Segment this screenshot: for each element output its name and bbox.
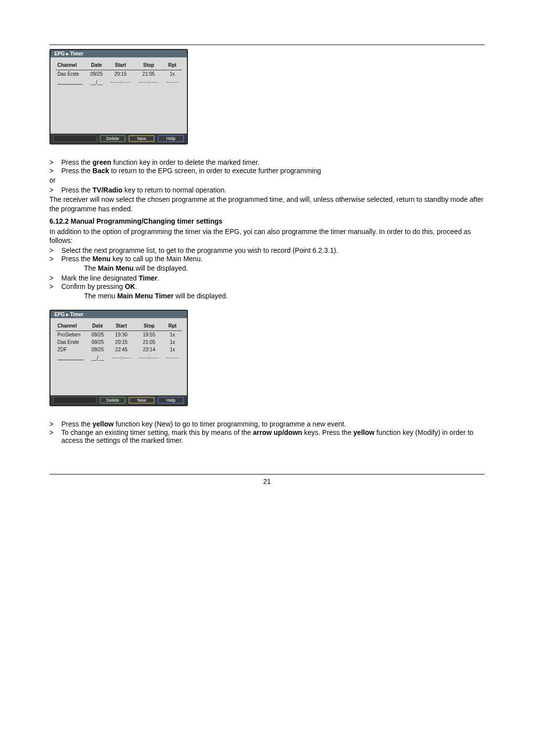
new-button: New xyxy=(129,135,155,142)
document-page: EPG ▸ Timer Channel Date Start Stop Rpt … xyxy=(0,0,534,756)
top-rule xyxy=(49,45,485,45)
col-channel: Channel xyxy=(55,322,88,331)
bottom-rule xyxy=(49,474,485,474)
epg-timer-figure-1: EPG ▸ Timer Channel Date Start Stop Rpt … xyxy=(49,49,485,144)
epg-timer-figure-2: EPG ▸ Timer Channel Date Start Stop Rpt … xyxy=(49,310,485,406)
delete-button: Delete xyxy=(100,397,126,404)
section-heading: 6.12.2 Manual Programming/Changing timer… xyxy=(49,217,485,226)
col-channel: Channel xyxy=(55,61,87,70)
col-date: Date xyxy=(88,322,108,331)
timer-table: Channel Date Start Stop Rpt Das Erste 09… xyxy=(55,61,182,86)
timer-dialog: EPG ▸ Timer Channel Date Start Stop Rpt … xyxy=(49,49,188,144)
instruction-subline: The Main Menu.will be displayed. xyxy=(49,264,485,273)
table-row: Das Erste 09/25 20:15 21:05 1x xyxy=(55,70,182,78)
timer-table: Channel Date Start Stop Rpt ProSieben09/… xyxy=(55,322,182,362)
instruction-line: To change an existing timer setting, mar… xyxy=(61,428,485,444)
instruction-line: Press the Back to return to the EPG scre… xyxy=(61,167,485,175)
paragraph: The receiver will now select the chosen … xyxy=(49,195,485,214)
col-start: Start xyxy=(106,61,134,70)
delete-button: Delete xyxy=(100,135,126,142)
instruction-line: Press the Menu key to call up the Main M… xyxy=(61,255,485,263)
instruction-line: Press the green function key in order to… xyxy=(61,158,485,166)
table-row: Das Erste09/2520:1521:051x xyxy=(55,338,182,346)
timer-dialog: EPG ▸ Timer Channel Date Start Stop Rpt … xyxy=(49,310,188,406)
instruction-line: Press the TV/Radio key to return to norm… xyxy=(61,186,485,194)
body-text-2: >Press the yellow function key (New) to … xyxy=(49,420,485,444)
table-row: ProSieben09/2519:3019:551x xyxy=(55,331,182,339)
instruction-line: Press the yellow function key (New) to g… xyxy=(61,420,485,428)
instruction-line: Confirm by pressing OK. xyxy=(61,283,485,290)
timer-footer: Delete New Help xyxy=(50,395,187,405)
timer-input-row: __/__ : : xyxy=(55,78,182,86)
help-button: Help xyxy=(158,135,184,142)
channel-input-line xyxy=(57,84,83,85)
col-rpt: Rpt xyxy=(163,322,182,331)
body-text: >Press the green function key in order t… xyxy=(49,158,485,301)
timer-dialog-title: EPG ▸ Timer xyxy=(50,50,187,57)
col-stop: Stop xyxy=(135,322,163,331)
or-line: or xyxy=(49,176,485,185)
paragraph: In addition to the option of programming… xyxy=(49,227,485,246)
instruction-line: Select the next programme list, to get t… xyxy=(61,246,485,254)
page-number: 21 xyxy=(49,477,485,485)
channel-input-line xyxy=(57,360,84,361)
date-input-placeholder: __/__ xyxy=(88,353,108,362)
timer-footer: Delete New Help xyxy=(50,134,187,143)
help-button: Help xyxy=(158,397,184,404)
footer-spacer xyxy=(53,135,97,142)
new-button: New xyxy=(129,397,155,404)
col-date: Date xyxy=(87,61,106,70)
col-rpt: Rpt xyxy=(163,61,182,70)
date-input-placeholder: __/__ xyxy=(87,78,106,86)
timer-input-row: __/__ : : xyxy=(55,353,182,362)
timer-dialog-title: EPG ▸ Timer xyxy=(50,311,187,318)
col-start: Start xyxy=(107,322,135,331)
col-stop: Stop xyxy=(134,61,163,70)
footer-spacer xyxy=(53,397,97,404)
instruction-line: Mark the line designated Timer. xyxy=(61,274,485,282)
instruction-subline: The menu Main Menu Timer will be display… xyxy=(49,291,485,301)
table-row: ZDF09/2522:4523:141x xyxy=(55,346,182,353)
